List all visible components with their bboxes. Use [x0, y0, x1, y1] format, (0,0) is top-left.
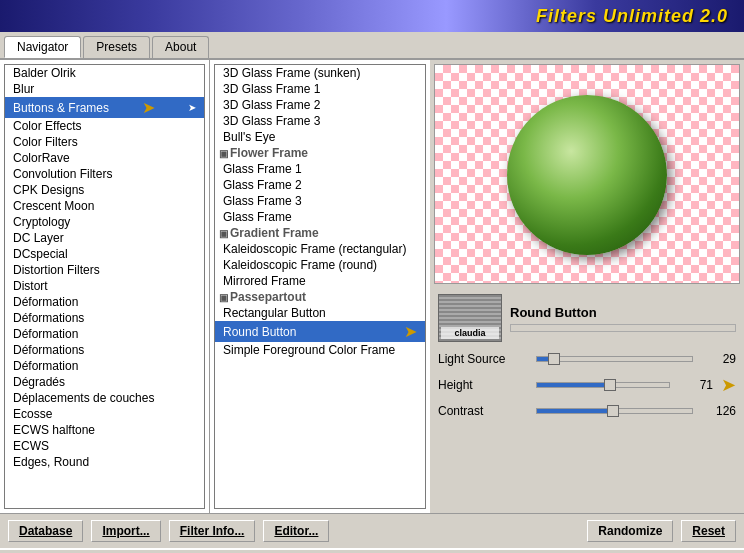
slider-label-light_source: Light Source — [438, 352, 528, 366]
filter-list-item[interactable]: Flower Frame — [215, 145, 425, 161]
filter-list-item[interactable]: Gradient Frame — [215, 225, 425, 241]
filter-list-item[interactable]: Glass Frame 1 — [215, 161, 425, 177]
filter-list-item[interactable]: 3D Glass Frame 3 — [215, 113, 425, 129]
category-list-item[interactable]: CPK Designs — [5, 182, 204, 198]
category-list-item[interactable]: DCspecial — [5, 246, 204, 262]
category-list-item[interactable]: Convolution Filters — [5, 166, 204, 182]
filter-info-row: claudia Round Button — [434, 290, 740, 346]
right-panel: claudia Round Button Light Source29Heigh… — [430, 60, 744, 513]
slider-label-height: Height — [438, 378, 528, 392]
category-list-item[interactable]: DC Layer — [5, 230, 204, 246]
preview-area — [434, 64, 740, 284]
tab-bar: Navigator Presets About — [0, 32, 744, 60]
filter-list-item[interactable]: Kaleidoscopic Frame (round) — [215, 257, 425, 273]
category-list-item[interactable]: Crescent Moon — [5, 198, 204, 214]
slider-track-light_source[interactable] — [536, 356, 693, 362]
filter-list-item[interactable]: 3D Glass Frame 1 — [215, 81, 425, 97]
category-list-item[interactable]: Déformation — [5, 294, 204, 310]
category-list-item[interactable]: Distort — [5, 278, 204, 294]
filter-list-item[interactable]: Kaleidoscopic Frame (rectangular) — [215, 241, 425, 257]
filter-list-item[interactable]: Mirrored Frame — [215, 273, 425, 289]
slider-thumb-contrast[interactable] — [607, 405, 619, 417]
title-bar: Filters Unlimited 2.0 — [0, 0, 744, 32]
import-button[interactable]: Import... — [91, 520, 160, 542]
filter-list-item[interactable]: Round Button➤ — [215, 321, 425, 342]
filter-info-button[interactable]: Filter Info... — [169, 520, 256, 542]
category-list-item[interactable]: ECWS halftone — [5, 422, 204, 438]
filter-thumbnail: claudia — [438, 294, 502, 342]
category-list-item[interactable]: Edges, Round — [5, 454, 204, 470]
thumbnail-label: claudia — [441, 327, 499, 339]
slider-row-contrast: Contrast126 — [438, 404, 736, 418]
category-list-item[interactable]: Blur — [5, 81, 204, 97]
middle-panel: 3D Glass Frame (sunken)3D Glass Frame 13… — [210, 60, 430, 513]
filter-list-item[interactable]: Glass Frame — [215, 209, 425, 225]
slider-row-height: Height71➤ — [438, 374, 736, 396]
sliders-area: Light Source29Height71➤Contrast126 — [434, 346, 740, 424]
category-list-item[interactable]: Color Effects — [5, 118, 204, 134]
category-list[interactable]: Balder OlrikBlurButtons & Frames➤Color E… — [4, 64, 205, 509]
filter-list-item[interactable]: Glass Frame 2 — [215, 177, 425, 193]
randomize-button[interactable]: Randomize — [587, 520, 673, 542]
filter-name-bar — [510, 324, 736, 332]
tab-navigator[interactable]: Navigator — [4, 36, 81, 58]
category-list-item[interactable]: Déformations — [5, 342, 204, 358]
category-list-item[interactable]: Ecosse — [5, 406, 204, 422]
filter-list[interactable]: 3D Glass Frame (sunken)3D Glass Frame 13… — [214, 64, 426, 509]
filter-list-item[interactable]: 3D Glass Frame 2 — [215, 97, 425, 113]
database-button[interactable]: Database — [8, 520, 83, 542]
category-list-item[interactable]: ECWS — [5, 438, 204, 454]
category-list-item[interactable]: Dégradés — [5, 374, 204, 390]
category-list-item[interactable]: Déformation — [5, 326, 204, 342]
tab-about[interactable]: About — [152, 36, 209, 58]
category-list-item[interactable]: Balder Olrik — [5, 65, 204, 81]
slider-arrow-icon: ➤ — [721, 374, 736, 396]
slider-row-light_source: Light Source29 — [438, 352, 736, 366]
filter-list-item[interactable]: Simple Foreground Color Frame — [215, 342, 425, 358]
slider-thumb-height[interactable] — [604, 379, 616, 391]
filter-name-display: Round Button — [510, 305, 736, 320]
slider-value-height: 71 — [678, 378, 713, 392]
slider-track-height[interactable] — [536, 382, 670, 388]
category-list-item[interactable]: ColorRave — [5, 150, 204, 166]
app-title: Filters Unlimited 2.0 — [536, 6, 728, 27]
filter-list-item[interactable]: Glass Frame 3 — [215, 193, 425, 209]
category-list-item[interactable]: Déformations — [5, 310, 204, 326]
category-list-item[interactable]: Cryptology — [5, 214, 204, 230]
slider-value-light_source: 29 — [701, 352, 736, 366]
filter-list-item[interactable]: 3D Glass Frame (sunken) — [215, 65, 425, 81]
slider-value-contrast: 126 — [701, 404, 736, 418]
bottom-toolbar: Database Import... Filter Info... Editor… — [0, 513, 744, 548]
left-panel: Balder OlrikBlurButtons & Frames➤Color E… — [0, 60, 210, 513]
editor-button[interactable]: Editor... — [263, 520, 329, 542]
category-list-item[interactable]: Color Filters — [5, 134, 204, 150]
status-bar: Database: ICNET-Filters Filters: 4629 Ap… — [0, 548, 744, 553]
filter-list-item[interactable]: Passepartout — [215, 289, 425, 305]
category-list-item[interactable]: Déplacements de couches — [5, 390, 204, 406]
category-list-item[interactable]: Déformation — [5, 358, 204, 374]
reset-button[interactable]: Reset — [681, 520, 736, 542]
category-list-item[interactable]: Buttons & Frames➤ — [5, 97, 204, 118]
slider-track-contrast[interactable] — [536, 408, 693, 414]
category-list-item[interactable]: Distortion Filters — [5, 262, 204, 278]
preview-circle — [507, 95, 667, 255]
slider-label-contrast: Contrast — [438, 404, 528, 418]
filter-list-item[interactable]: Bull's Eye — [215, 129, 425, 145]
filter-name-box: Round Button — [510, 305, 736, 332]
main-content: Balder OlrikBlurButtons & Frames➤Color E… — [0, 60, 744, 513]
slider-thumb-light_source[interactable] — [548, 353, 560, 365]
tab-presets[interactable]: Presets — [83, 36, 150, 58]
filter-list-item[interactable]: Rectangular Button — [215, 305, 425, 321]
